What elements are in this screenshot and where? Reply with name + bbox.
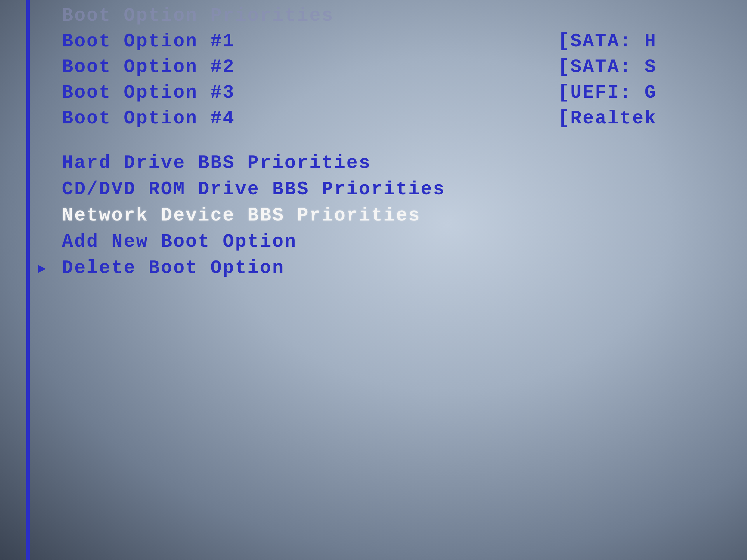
boot-option-3-row[interactable]: Boot Option #3 [UEFI: G — [62, 80, 747, 106]
spacer — [62, 131, 747, 150]
menu-add-boot-option[interactable]: Add New Boot Option — [62, 229, 747, 255]
section-header: Boot Option Priorities — [62, 3, 747, 29]
menu-add-boot-option-label: Add New Boot Option — [62, 231, 558, 252]
section-header-label: Boot Option Priorities — [62, 5, 558, 26]
boot-option-1-value: [SATA: H — [558, 31, 747, 52]
menu-network-bbs[interactable]: Network Device BBS Priorities — [62, 203, 747, 229]
menu-delete-boot-option-label: Delete Boot Option — [62, 258, 558, 278]
menu-cd-dvd-bbs-label: CD/DVD ROM Drive BBS Priorities — [62, 179, 558, 200]
boot-option-2-row[interactable]: Boot Option #2 [SATA: S — [62, 54, 747, 80]
cursor-icon: ▶ — [38, 260, 47, 276]
boot-option-1-row[interactable]: Boot Option #1 [SATA: H — [62, 29, 747, 54]
boot-option-2-label: Boot Option #2 — [62, 57, 558, 78]
bios-boot-panel: Boot Option Priorities Boot Option #1 [S… — [26, 0, 747, 560]
boot-option-4-row[interactable]: Boot Option #4 [Realtek — [62, 106, 747, 131]
menu-delete-boot-option[interactable]: ▶ Delete Boot Option — [62, 255, 747, 281]
boot-option-3-label: Boot Option #3 — [62, 82, 558, 103]
menu-hard-drive-bbs[interactable]: Hard Drive BBS Priorities — [62, 150, 747, 176]
boot-option-3-value: [UEFI: G — [558, 82, 747, 103]
boot-option-1-label: Boot Option #1 — [62, 31, 558, 52]
menu-hard-drive-bbs-label: Hard Drive BBS Priorities — [62, 153, 558, 174]
menu-network-bbs-label: Network Device BBS Priorities — [62, 205, 558, 226]
boot-option-2-value: [SATA: S — [558, 57, 747, 78]
boot-option-4-value: [Realtek — [558, 108, 747, 129]
menu-cd-dvd-bbs[interactable]: CD/DVD ROM Drive BBS Priorities — [62, 176, 747, 203]
boot-option-4-label: Boot Option #4 — [62, 108, 558, 129]
menu-items: Hard Drive BBS Priorities CD/DVD ROM Dri… — [62, 150, 747, 281]
